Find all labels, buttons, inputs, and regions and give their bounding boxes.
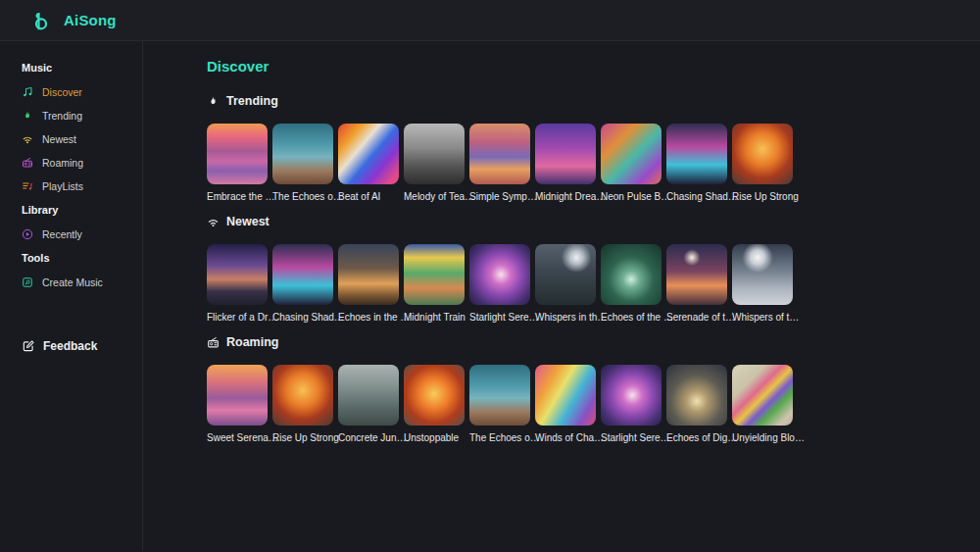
card-title: Neon Pulse B… xyxy=(601,191,662,203)
album-art[interactable] xyxy=(469,365,530,426)
album-art[interactable] xyxy=(272,124,333,184)
album-art[interactable] xyxy=(535,365,596,426)
music-card-whispers-in-th[interactable]: Whispers in th… xyxy=(535,244,596,324)
section-newest: NewestFlicker of a Dr…Chasing Shad…Echoe… xyxy=(207,215,980,324)
card-title: Echoes of Dig… xyxy=(666,432,727,444)
card-title: Whispers in th… xyxy=(535,312,596,324)
card-title: Rise Up Strong xyxy=(272,432,333,444)
music-card-chasing-shad[interactable]: Chasing Shad… xyxy=(272,244,333,324)
music-card-echoes-in-the[interactable]: Echoes in the … xyxy=(338,244,399,324)
album-art[interactable] xyxy=(207,124,268,184)
sidebar-item-label: Newest xyxy=(42,133,76,145)
music-card-beat-of-ai[interactable]: Beat of AI xyxy=(338,124,399,203)
album-art[interactable] xyxy=(272,365,333,426)
sidebar-item-label: Create Music xyxy=(42,276,103,288)
music-card-simple-symp[interactable]: Simple Symp… xyxy=(469,124,530,203)
album-art[interactable] xyxy=(207,244,268,305)
music-card-unstoppable[interactable]: Unstoppable xyxy=(404,365,465,444)
album-art[interactable] xyxy=(732,124,793,184)
music-card-winds-of-cha[interactable]: Winds of Cha… xyxy=(535,365,596,444)
album-art[interactable] xyxy=(666,365,727,426)
section-title: Newest xyxy=(226,215,270,228)
music-card-sweet-serena[interactable]: Sweet Serena… xyxy=(207,365,268,444)
sidebar-item-playlists[interactable]: PlayLists xyxy=(22,180,134,192)
album-art[interactable] xyxy=(601,365,662,426)
card-title: The Echoes o… xyxy=(272,191,333,203)
play-circle-icon xyxy=(22,228,33,240)
card-title: Unyielding Blo… xyxy=(732,432,793,444)
music-card-serenade-of-t[interactable]: Serenade of t… xyxy=(666,244,727,324)
wifi-icon xyxy=(207,216,220,228)
music-card-rise-up-strong[interactable]: Rise Up Strong xyxy=(732,124,793,203)
album-art[interactable] xyxy=(338,365,399,426)
music-card-embrace-the[interactable]: Embrace the … xyxy=(207,124,268,203)
music-card-neon-pulse-b[interactable]: Neon Pulse B… xyxy=(601,124,662,203)
music-card-rise-up-strong[interactable]: Rise Up Strong xyxy=(272,365,333,444)
app-logo-icon[interactable] xyxy=(28,9,52,32)
card-title: Midnight Train xyxy=(404,312,465,324)
card-title: Flicker of a Dr… xyxy=(207,312,268,324)
sidebar-item-label: Roaming xyxy=(42,157,83,169)
album-art[interactable] xyxy=(272,244,333,305)
card-list: Sweet Serena…Rise Up StrongConcrete Jun…… xyxy=(207,365,980,444)
album-art[interactable] xyxy=(404,365,465,426)
music-card-echoes-of-dig[interactable]: Echoes of Dig… xyxy=(666,365,727,444)
music-card-melody-of-tea[interactable]: Melody of Tea… xyxy=(404,124,465,203)
album-art[interactable] xyxy=(666,244,727,305)
card-title: Unstoppable xyxy=(404,432,465,444)
section-title: Roaming xyxy=(226,335,278,349)
music-card-concrete-jun[interactable]: Concrete Jun… xyxy=(338,365,399,444)
album-art[interactable] xyxy=(601,124,662,184)
album-art[interactable] xyxy=(732,244,793,305)
music-card-whispers-of-t[interactable]: Whispers of t… xyxy=(732,244,793,324)
album-art[interactable] xyxy=(404,124,465,184)
card-title: Embrace the … xyxy=(207,191,268,203)
app-layout: MusicDiscoverTrendingNewestRoamingPlayLi… xyxy=(0,41,980,551)
card-title: Echoes in the … xyxy=(338,312,399,324)
music-card-starlight-sere[interactable]: Starlight Sere… xyxy=(469,244,530,324)
album-art[interactable] xyxy=(338,124,399,184)
album-art[interactable] xyxy=(469,124,530,184)
sidebar: MusicDiscoverTrendingNewestRoamingPlayLi… xyxy=(0,41,143,551)
radio-icon xyxy=(207,336,220,349)
sidebar-item-recently[interactable]: Recently xyxy=(22,228,134,240)
album-art[interactable] xyxy=(732,365,793,426)
sidebar-section-music: MusicDiscoverTrendingNewestRoamingPlayLi… xyxy=(22,62,134,192)
music-card-flicker-of-a-dr[interactable]: Flicker of a Dr… xyxy=(207,244,268,324)
section-header-trending: Trending xyxy=(207,94,980,108)
album-art[interactable] xyxy=(404,244,465,305)
music-card-echoes-of-the[interactable]: Echoes of the … xyxy=(601,244,662,324)
sidebar-item-newest[interactable]: Newest xyxy=(22,133,134,145)
card-title: Chasing Shad… xyxy=(272,312,333,324)
music-card-unyielding-blo[interactable]: Unyielding Blo… xyxy=(732,365,793,444)
album-art[interactable] xyxy=(666,124,727,184)
sidebar-item-discover[interactable]: Discover xyxy=(22,86,134,98)
music-card-midnight-train[interactable]: Midnight Train xyxy=(404,244,465,324)
card-title: Beat of AI xyxy=(338,191,399,203)
album-art[interactable] xyxy=(207,365,268,426)
sidebar-item-feedback[interactable]: Feedback xyxy=(22,339,134,353)
sidebar-item-label: Discover xyxy=(42,86,82,98)
section-title: Trending xyxy=(226,94,278,108)
card-title: Starlight Sere… xyxy=(469,312,530,324)
sidebar-item-roaming[interactable]: Roaming xyxy=(22,157,134,169)
section-trending: TrendingEmbrace the …The Echoes o…Beat o… xyxy=(207,94,980,203)
album-art[interactable] xyxy=(469,244,530,305)
card-title: Rise Up Strong xyxy=(732,191,793,203)
card-title: Chasing Shad… xyxy=(666,191,727,203)
sidebar-item-trending[interactable]: Trending xyxy=(22,110,134,122)
album-art[interactable] xyxy=(535,244,596,305)
sidebar-section-title: Library xyxy=(22,204,134,216)
album-art[interactable] xyxy=(535,124,596,184)
album-art[interactable] xyxy=(338,244,399,305)
album-art[interactable] xyxy=(601,244,662,305)
music-card-starlight-sere[interactable]: Starlight Sere… xyxy=(601,365,662,444)
sidebar-item-create-music[interactable]: Create Music xyxy=(22,276,134,288)
app-header: AiSong xyxy=(0,0,980,41)
music-card-the-echoes-o[interactable]: The Echoes o… xyxy=(469,365,530,444)
flame-icon xyxy=(207,95,220,108)
music-card-midnight-drea[interactable]: Midnight Drea… xyxy=(535,124,596,203)
music-card-the-echoes-o[interactable]: The Echoes o… xyxy=(272,124,333,203)
card-title: Midnight Drea… xyxy=(535,191,596,203)
music-card-chasing-shad[interactable]: Chasing Shad… xyxy=(666,124,727,203)
